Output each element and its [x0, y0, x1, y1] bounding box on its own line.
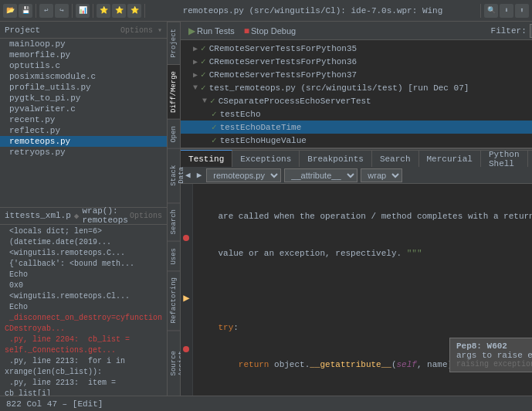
test-label: CSeparateProcessEchoServerTest — [219, 97, 371, 106]
project-title: Project — [5, 25, 40, 35]
test-item-python37[interactable]: ▶ ✓ CRemoteServerTestsForPython37 — [181, 68, 532, 81]
gutter-line — [181, 328, 192, 337]
chart-icon[interactable]: 📊 — [76, 4, 90, 18]
test-item-echo-datetime[interactable]: ✓ testEchoDateTime — [181, 121, 532, 134]
status-text: 822 Col 47 – [Edit] — [6, 399, 103, 409]
breakpoint-dot — [183, 235, 189, 241]
vtab-project[interactable]: Project — [168, 22, 180, 64]
test-item-echo-server[interactable]: ▼ ✓ CSeparateProcessEchoServerTest — [181, 94, 532, 107]
tooltip-detail: raising exception — [456, 360, 532, 369]
file-item-reflect[interactable]: reflect.py — [0, 125, 167, 136]
gutter-line — [181, 209, 192, 217]
vtab-uses[interactable]: Uses — [168, 241, 180, 271]
left-panel: Project Options ▾ mainloop.py memorfile.… — [0, 22, 168, 396]
undo-icon[interactable]: ↩ — [39, 4, 53, 18]
attribute-dropdown[interactable]: __attribute__ — [284, 168, 357, 182]
test-pass-icon: ✓ — [201, 56, 206, 66]
debug-line-7: <wingutils.remoteops.Cl... — [3, 291, 164, 302]
file-item-retryops[interactable]: retryops.py — [0, 147, 167, 158]
gutter-line — [181, 354, 192, 362]
test-label: testEcho — [220, 110, 261, 119]
star-icon-3[interactable]: ⭐ — [127, 4, 141, 18]
gutter-line — [181, 243, 192, 251]
gutter-line — [181, 226, 192, 234]
debug-line-4: {'callback': <bound meth... — [3, 259, 164, 270]
code-line-4: try: — [196, 321, 532, 334]
file-dropdown[interactable]: remoteops.py CProxy — [206, 168, 281, 182]
filter-label: Filter: — [491, 26, 527, 36]
tab-mercurial[interactable]: Mercurial — [419, 150, 481, 167]
tab-exceptions[interactable]: Exceptions — [232, 150, 300, 167]
test-label: CRemoteServerTestsForPython36 — [209, 57, 357, 66]
test-pass-icon: ✓ — [201, 43, 206, 53]
gutter-line — [181, 276, 192, 284]
debug-output: <locals dict; len=6> (datetime.date(2019… — [0, 225, 167, 396]
tooltip-box: Pep8: W602 args to raise exception raisi… — [449, 338, 532, 372]
file-item-mainloop[interactable]: mainloop.py — [0, 39, 167, 49]
expand-icon: ▶ — [193, 44, 198, 53]
tab-python-shell[interactable]: Python Shell — [481, 150, 528, 167]
vtab-source-assist[interactable]: Source Assist — [168, 330, 180, 396]
sep: ◆ — [74, 211, 80, 221]
test-label: CRemoteServerTestsForPython37 — [209, 70, 357, 80]
expand-icon: ▶ — [193, 57, 198, 66]
vtab-open[interactable]: Open — [168, 119, 180, 149]
stop-debug-button[interactable]: ■ Stop Debug — [241, 24, 299, 38]
top-toolbar: 📂 💾 ↩ ↪ 📊 ⭐ ⭐ ⭐ remoteops.py (src/wingut… — [0, 0, 532, 22]
save-icon[interactable]: 💾 — [19, 4, 32, 18]
redo-icon[interactable]: ↪ — [55, 4, 69, 18]
gutter-line — [181, 320, 192, 328]
search-global-icon[interactable]: 🔍 — [484, 4, 498, 18]
test-item-python36[interactable]: ▶ ✓ CRemoteServerTestsForPython36 — [181, 55, 532, 68]
separator-2 — [72, 4, 73, 18]
gutter-line — [181, 362, 192, 371]
tab-breakpoints[interactable]: Breakpoints — [300, 150, 372, 167]
breakpoint-dot-2 — [183, 346, 189, 352]
open-file-icon[interactable]: 📂 — [3, 4, 17, 18]
test-item-echo[interactable]: ✓ testEcho — [181, 107, 532, 121]
vtab-stack[interactable]: Stack Data — [168, 148, 180, 202]
file-item-pyvalwriter[interactable]: pyvalwriter.c — [0, 104, 167, 114]
debug-line-3: <wingutils.remoteops.C... — [3, 248, 164, 259]
file-item-posix[interactable]: posixmiscmodule.c — [0, 71, 167, 82]
tab-debug-probe[interactable]: Debug Probe — [528, 150, 532, 167]
code-line-3 — [196, 284, 532, 297]
arrow-down-icon[interactable]: ⬇ — [500, 4, 513, 18]
star-icon-2[interactable]: ⭐ — [112, 4, 126, 18]
options-btn[interactable]: Options ▾ — [120, 25, 162, 35]
debug-line-8: Echo — [3, 302, 164, 313]
file-item-profile[interactable]: profile_utils.py — [0, 82, 167, 93]
tab-testing[interactable]: Testing — [181, 150, 232, 167]
gutter-line — [181, 217, 192, 226]
secondary-options-btn[interactable]: Options — [130, 212, 162, 220]
vtab-refactoring[interactable]: Refactoring — [168, 270, 180, 329]
run-tests-button[interactable]: ▶ Run Tests — [185, 24, 238, 38]
code-line-2: value or an exception, respectively. """ — [196, 247, 532, 260]
function-dropdown[interactable]: wrap — [361, 168, 402, 182]
bottom-tab-bar: Testing Exceptions Breakpoints Search Me… — [181, 148, 532, 167]
test-item-remoteops-file[interactable]: ▼ ✓ test_remoteops.py (src/wingutils/tes… — [181, 81, 532, 94]
test-label: testEchoHugeValue — [220, 136, 307, 145]
test-item-python35[interactable]: ▶ ✓ CRemoteServerTestsForPython35 — [181, 42, 532, 55]
star-icon-1[interactable]: ⭐ — [97, 4, 110, 18]
file-item-pygtk[interactable]: pygtk_to_pi.py — [0, 93, 167, 104]
separator-5 — [480, 4, 481, 18]
vtab-diff[interactable]: Diff/Merge — [168, 64, 180, 119]
test-pass-icon: ✓ — [201, 70, 206, 80]
secondary-panel-header: ittests_xml.p ◆ wrap(): remoteops Option… — [0, 208, 167, 225]
test-item-echo-huge[interactable]: ✓ testEchoHugeValue — [181, 134, 532, 147]
file-item-recent[interactable]: recent.py — [0, 114, 167, 125]
tooltip-text: args to raise exception — [456, 351, 532, 360]
tab-search[interactable]: Search — [372, 150, 419, 167]
editor-nav-bar: ◀ ▶ remoteops.py CProxy __attribute__ wr… — [181, 167, 532, 184]
arrow-up-icon[interactable]: ⬆ — [515, 4, 529, 18]
gutter-line — [181, 251, 192, 260]
gutter-line — [181, 192, 192, 201]
nav-forward-arrow[interactable]: ▶ — [195, 170, 204, 180]
test-label: testEchoDateTime — [220, 123, 302, 132]
stop-icon: ■ — [244, 25, 249, 36]
file-item-memorfile[interactable]: memorfile.py — [0, 49, 167, 60]
vtab-search[interactable]: Search — [168, 202, 180, 240]
file-item-optutils[interactable]: optutils.c — [0, 60, 167, 71]
file-item-remoteops[interactable]: remoteops.py — [0, 136, 167, 147]
